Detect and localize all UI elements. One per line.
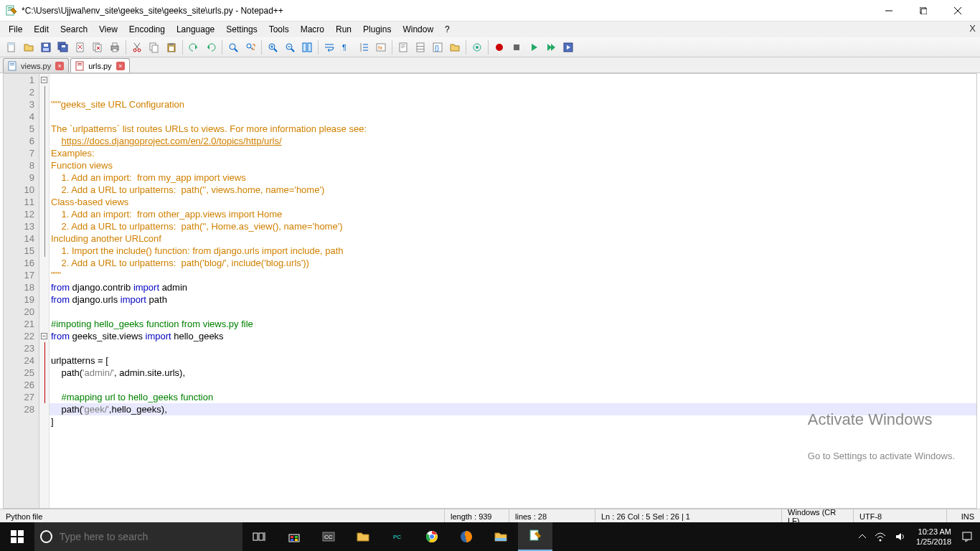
- svg-point-95: [430, 534, 435, 540]
- svg-point-27: [133, 49, 136, 52]
- taskbar-app-notepadpp[interactable]: [518, 522, 552, 551]
- menu-plugins[interactable]: Plugins: [357, 23, 397, 36]
- taskbar-app-pycharm[interactable]: PC: [380, 522, 415, 551]
- doc-list-icon[interactable]: [413, 39, 428, 55]
- tray-time: 10:23 AM: [916, 527, 951, 537]
- fold-gutter[interactable]: −−: [39, 74, 50, 508]
- wordwrap-icon[interactable]: [321, 39, 337, 55]
- tray-overflow-icon[interactable]: [854, 522, 870, 551]
- monitor-icon[interactable]: [469, 39, 485, 55]
- menu-window[interactable]: Window: [397, 23, 439, 36]
- svg-rect-77: [77, 65, 82, 65]
- svg-rect-13: [43, 48, 49, 51]
- tray-notifications-icon[interactable]: [957, 522, 977, 551]
- menu-search[interactable]: Search: [55, 23, 93, 36]
- cortana-icon: [40, 530, 52, 543]
- save-icon[interactable]: [38, 39, 54, 55]
- copy-icon[interactable]: [146, 39, 162, 55]
- menu-macro[interactable]: Macro: [295, 23, 330, 36]
- tray-date: 1/25/2018: [916, 537, 951, 547]
- code-area[interactable]: """geeks_site URL ConfigurationThe `urlp…: [50, 74, 976, 508]
- window-title: *C:\Users\Ujjwal\env_site\geeks_site\gee…: [22, 6, 872, 16]
- watermark-line2: Go to Settings to activate Windows.: [808, 450, 955, 462]
- print-icon[interactable]: [107, 39, 123, 55]
- zoom-out-icon[interactable]: [282, 39, 298, 55]
- svg-rect-74: [10, 65, 14, 65]
- svg-point-28: [138, 49, 141, 52]
- svg-rect-6: [921, 9, 927, 14]
- save-all-icon[interactable]: [55, 39, 71, 55]
- status-lines: lines : 28: [509, 509, 595, 523]
- svg-point-68: [476, 46, 479, 49]
- lang-icon[interactable]: fx: [373, 39, 389, 55]
- code-editor[interactable]: 1234567891011121314151617181920212223242…: [3, 73, 977, 509]
- menubar-close-aux[interactable]: X: [969, 23, 976, 34]
- menu-view[interactable]: View: [93, 23, 123, 36]
- sync-vscroll-icon[interactable]: [299, 39, 315, 55]
- paste-icon[interactable]: [164, 39, 179, 55]
- menu-file[interactable]: File: [3, 23, 28, 36]
- taskbar-app-ms-store[interactable]: [277, 522, 311, 551]
- close-file-icon[interactable]: [72, 39, 88, 55]
- play-macro-icon[interactable]: [526, 39, 542, 55]
- undo-icon[interactable]: [186, 39, 202, 55]
- menu-run[interactable]: Run: [330, 23, 357, 36]
- doc-map-icon[interactable]: [395, 39, 411, 55]
- menu-help[interactable]: ?: [439, 23, 456, 36]
- replace-icon[interactable]: [242, 39, 258, 55]
- svg-rect-88: [291, 539, 293, 541]
- show-all-chars-icon[interactable]: ¶: [339, 39, 354, 55]
- status-eol: Windows (CR LF): [782, 509, 854, 523]
- maximize-button[interactable]: [907, 0, 940, 22]
- status-encoding: UTF-8: [854, 509, 947, 523]
- zoom-in-icon[interactable]: [265, 39, 281, 55]
- tab-views-py[interactable]: views.py ×: [3, 58, 69, 72]
- taskbar-app-file-explorer-2[interactable]: [484, 522, 518, 551]
- taskbar-app-cc[interactable]: CC: [311, 522, 346, 551]
- save-macro-icon[interactable]: [560, 39, 576, 55]
- taskbar-search[interactable]: [34, 522, 242, 551]
- taskbar-app-firefox[interactable]: [449, 522, 484, 551]
- svg-line-37: [235, 49, 237, 52]
- svg-rect-83: [259, 533, 263, 540]
- taskbar-app-file-explorer[interactable]: [346, 522, 380, 551]
- start-button[interactable]: [0, 522, 34, 551]
- task-view-icon[interactable]: [242, 522, 277, 551]
- indent-guide-icon[interactable]: [356, 39, 372, 55]
- tab-urls-py[interactable]: urls.py ×: [70, 58, 129, 72]
- status-bar: Python file length : 939 lines : 28 Ln :…: [0, 509, 980, 523]
- menu-settings[interactable]: Settings: [220, 23, 263, 36]
- new-file-icon[interactable]: [4, 39, 19, 55]
- stop-macro-icon[interactable]: [509, 39, 524, 55]
- svg-rect-26: [113, 49, 117, 52]
- find-icon[interactable]: [225, 39, 241, 55]
- status-position: Ln : 26 Col : 5 Sel : 26 | 1: [595, 509, 782, 523]
- tray-clock[interactable]: 10:23 AM 1/25/2018: [910, 527, 957, 547]
- tab-close-icon[interactable]: ×: [116, 62, 125, 70]
- tab-close-icon[interactable]: ×: [55, 62, 64, 70]
- taskbar-search-input[interactable]: [60, 531, 237, 542]
- redo-icon[interactable]: [203, 39, 219, 55]
- close-all-icon[interactable]: [90, 39, 105, 55]
- play-many-icon[interactable]: [543, 39, 559, 55]
- record-macro-icon[interactable]: [491, 39, 507, 55]
- svg-rect-89: [295, 539, 298, 541]
- taskbar-app-chrome[interactable]: [415, 522, 449, 551]
- tray-volume-icon[interactable]: [890, 522, 910, 551]
- menu-language[interactable]: Language: [171, 23, 220, 36]
- menu-encoding[interactable]: Encoding: [123, 23, 171, 36]
- svg-point-69: [496, 44, 503, 51]
- menu-tools[interactable]: Tools: [263, 23, 295, 36]
- open-file-icon[interactable]: [21, 39, 37, 55]
- cut-icon[interactable]: [129, 39, 145, 55]
- tray-wifi-icon[interactable]: [870, 522, 890, 551]
- close-button[interactable]: [941, 0, 974, 22]
- folder-icon[interactable]: [447, 39, 463, 55]
- menu-edit[interactable]: Edit: [28, 23, 55, 36]
- status-insert-mode: INS: [947, 509, 980, 523]
- func-list-icon[interactable]: {}: [430, 39, 446, 55]
- minimize-button[interactable]: [872, 0, 905, 22]
- svg-rect-1: [8, 7, 12, 8]
- svg-rect-75: [76, 62, 83, 70]
- svg-text:CC: CC: [324, 534, 333, 540]
